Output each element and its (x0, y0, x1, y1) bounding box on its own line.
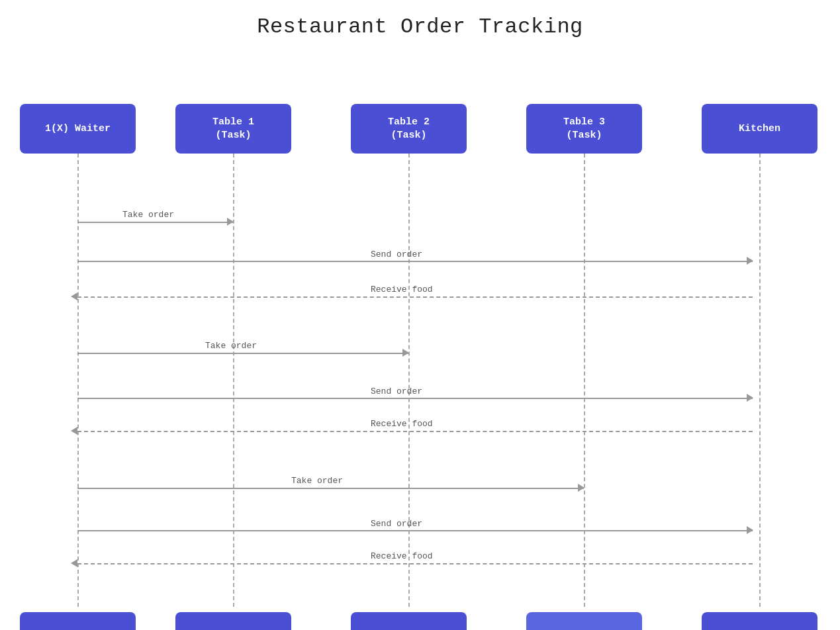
lifeline-table2 (408, 154, 410, 607)
label-send-order-3: Send order (371, 519, 422, 529)
lifeline-kitchen (759, 154, 761, 607)
label-take-order-1: Take order (122, 210, 174, 220)
arrowhead-take-order-1 (227, 218, 234, 226)
participant-table2: Table 2(Task) (351, 104, 467, 154)
participant-table3-bottom: Table 3 (526, 612, 642, 630)
arrow-take-order-2 (77, 353, 408, 354)
arrow-send-order-3 (77, 530, 753, 531)
participant-waiter-bottom: 1(X) Waiter (20, 612, 136, 630)
arrowhead-send-order-3 (747, 526, 753, 534)
arrowhead-receive-food-2 (71, 427, 77, 435)
page-title: Restaurant Order Tracking (0, 0, 840, 51)
arrowhead-take-order-3 (578, 484, 584, 492)
participant-waiter: 1(X) Waiter (20, 104, 136, 154)
arrowhead-receive-food-3 (71, 559, 77, 567)
arrow-receive-food-3 (77, 563, 753, 564)
arrow-take-order-3 (77, 488, 584, 489)
label-send-order-1: Send order (371, 249, 422, 259)
label-receive-food-3: Receive food (371, 551, 433, 561)
participant-table3: Table 3(Task) (526, 104, 642, 154)
arrow-send-order-1 (77, 261, 753, 262)
participant-kitchen-bottom: Kitchen (702, 612, 817, 630)
label-take-order-3: Take order (291, 476, 343, 486)
label-receive-food-1: Receive food (371, 285, 433, 294)
arrow-take-order-1 (77, 222, 233, 223)
participant-table2-bottom: Table 2 (351, 612, 467, 630)
label-take-order-2: Take order (205, 341, 257, 351)
arrowhead-take-order-2 (402, 349, 409, 357)
arrowhead-receive-food-1 (71, 292, 77, 300)
participant-table1: Table 1(Task) (175, 104, 291, 154)
arrowhead-send-order-1 (747, 257, 753, 265)
arrow-receive-food-1 (77, 296, 753, 298)
arrowhead-send-order-2 (747, 394, 753, 402)
label-receive-food-2: Receive food (371, 419, 433, 429)
participant-table1-bottom: Table 1 (175, 612, 291, 630)
arrow-receive-food-2 (77, 431, 753, 432)
lifeline-table3 (584, 154, 585, 607)
sequence-diagram: 1(X) Waiter Table 1(Task) Table 2(Task) … (0, 51, 840, 620)
arrow-send-order-2 (77, 398, 753, 399)
participant-kitchen: Kitchen (702, 104, 817, 154)
label-send-order-2: Send order (371, 386, 422, 396)
